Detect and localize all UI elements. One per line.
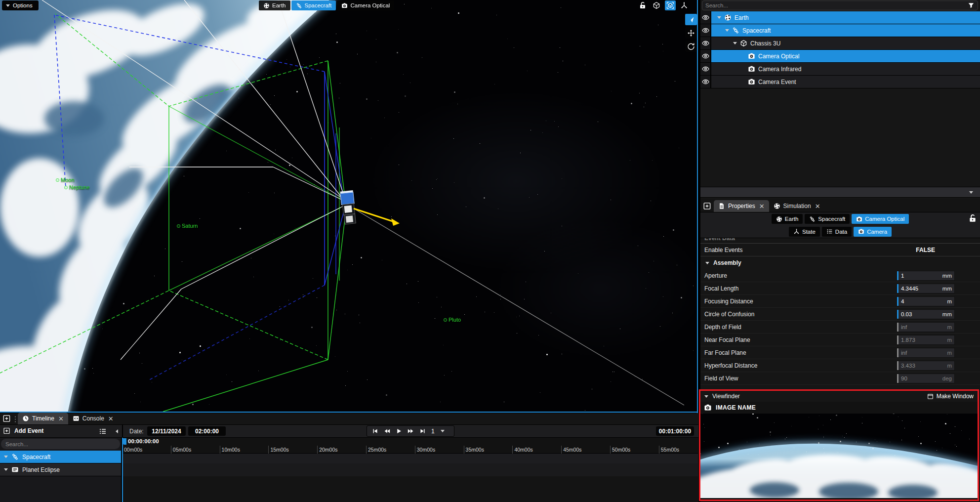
visibility-toggle[interactable] [700, 37, 711, 49]
crumb-earth[interactable]: Earth [259, 0, 290, 10]
property-input[interactable]: 3.433 m [897, 361, 955, 371]
view-tool-bounding-cube[interactable] [651, 0, 662, 10]
panel-tab-simulation[interactable]: Simulation ✕ [769, 200, 825, 212]
track-label: Planet Eclipse [22, 466, 60, 473]
crumb-spacecraft[interactable]: Spacecraft [291, 0, 336, 10]
hierarchy-search-input[interactable] [705, 2, 968, 8]
playhead-marker[interactable]: 00:00:00:00 [122, 438, 159, 445]
fast-forward-button[interactable] [405, 427, 416, 436]
category-tab-camera[interactable]: Camera [854, 227, 892, 237]
viewfinder-header[interactable]: Viewfinder Make Window [700, 391, 978, 402]
property-input[interactable]: 4.3445 mm [897, 284, 955, 293]
node-type-icon [740, 40, 747, 47]
visibility-toggle[interactable] [700, 24, 711, 37]
property-input[interactable]: 4 m [897, 296, 955, 306]
timeline-search[interactable] [1, 439, 120, 449]
nav-tool-fly-navigation[interactable] [685, 14, 697, 25]
spacecraft-model[interactable] [340, 190, 357, 224]
expander-chevron[interactable] [4, 468, 8, 471]
timeline-ruler[interactable]: 00:00:00:00 00m00s05m00s10m00s15m00s20m0… [122, 438, 698, 454]
context-tab-earth[interactable]: Earth [772, 214, 803, 224]
viewport-focus-border [0, 412, 698, 413]
panel-tab-properties[interactable]: Properties ✕ [714, 200, 769, 212]
close-icon[interactable]: ✕ [58, 415, 64, 422]
make-window-button[interactable]: Make Window [927, 393, 974, 400]
end-time-field[interactable]: 00:01:00:00 [656, 426, 694, 436]
playhead-line[interactable] [122, 438, 123, 502]
skip-to-end-button[interactable] [416, 427, 428, 436]
expander-chevron[interactable] [717, 16, 721, 19]
track-label: Spacecraft [22, 454, 50, 460]
date-field[interactable]: 12/11/2024 [147, 426, 186, 436]
planet-label-moon[interactable]: Moon [56, 177, 75, 183]
filter-icon[interactable] [968, 2, 975, 9]
visibility-toggle[interactable] [700, 76, 711, 88]
category-tab-state[interactable]: State [789, 227, 820, 237]
hierarchy-row-chassis-3u[interactable]: Chassis 3U [700, 37, 980, 50]
property-value: 1 [898, 273, 942, 279]
crumb-camera-optical[interactable]: Camera Optical [337, 0, 394, 10]
visibility-toggle[interactable] [700, 11, 711, 24]
visibility-toggle[interactable] [700, 63, 711, 75]
category-tab-data[interactable]: Data [822, 227, 852, 237]
drag-handle[interactable] [14, 416, 16, 422]
nav-tool-pan[interactable] [685, 27, 697, 39]
options-button[interactable]: Options [2, 0, 39, 10]
hierarchy-row-spacecraft[interactable]: Spacecraft [700, 24, 980, 37]
property-input[interactable]: inf m [897, 348, 955, 358]
hierarchy-row-camera-event[interactable]: Camera Event [700, 76, 980, 88]
view-tool-lock[interactable] [637, 0, 648, 10]
timeline-search-input[interactable] [5, 441, 116, 447]
close-icon[interactable]: ✕ [108, 415, 114, 422]
view-tool-selection-cube[interactable] [665, 0, 676, 10]
planet-label-pluto[interactable]: Pluto [444, 317, 461, 323]
hierarchy-row-camera-infrared[interactable]: Camera Infrared [700, 63, 980, 76]
track-row-spacecraft[interactable]: Spacecraft [0, 451, 121, 463]
expander-chevron[interactable] [4, 456, 8, 458]
viewport-3d[interactable]: Moon Neptune Saturn Pluto Options Eart [0, 0, 698, 412]
property-input[interactable]: 1.873 m [897, 335, 955, 345]
lock-icon[interactable] [968, 214, 977, 223]
property-label: Field of View [704, 375, 738, 382]
planet-label-saturn[interactable]: Saturn [177, 223, 198, 229]
property-input[interactable]: 90 deg [897, 374, 955, 383]
view-tool-axes-gizmo[interactable] [679, 0, 690, 10]
expander-chevron[interactable] [733, 42, 737, 44]
nav-tool-orbit[interactable] [685, 41, 697, 52]
hierarchy-search[interactable] [702, 0, 978, 10]
panel-tab-console[interactable]: Console ✕ [68, 413, 118, 424]
enable-events-row[interactable]: Enable Events FALSE [700, 244, 980, 256]
hierarchy-row-earth[interactable]: Earth [700, 11, 980, 24]
time-field[interactable]: 02:00:00 [188, 426, 226, 436]
enable-events-value[interactable]: FALSE [916, 247, 935, 253]
close-icon[interactable]: ✕ [759, 203, 765, 210]
playback-speed[interactable]: 1 [431, 428, 435, 435]
collapse-left-icon[interactable] [116, 429, 118, 433]
track-row-planet-eclipse[interactable]: Planet Eclipse [0, 463, 121, 476]
add-tab-button[interactable] [2, 414, 11, 423]
visibility-toggle[interactable] [700, 50, 711, 62]
ruler-tick: 10m00s [220, 446, 269, 454]
context-tab-spacecraft[interactable]: Spacecraft [805, 214, 850, 224]
assembly-section-header[interactable]: Assembly [700, 256, 980, 269]
event-list-icon[interactable] [99, 427, 107, 435]
planet-label-neptune[interactable]: Neptune [64, 184, 90, 190]
property-input[interactable]: 1 mm [897, 271, 955, 281]
property-label: Hyperfocal Distance [704, 362, 757, 369]
property-label: Far Focal Plane [704, 349, 746, 356]
expander-chevron[interactable] [725, 29, 729, 32]
add-tab-button[interactable] [703, 202, 712, 210]
context-tab-camera-optical[interactable]: Camera Optical [852, 214, 909, 224]
add-event-button[interactable]: Add Event [3, 427, 43, 435]
play-button[interactable] [393, 427, 405, 436]
close-icon[interactable]: ✕ [815, 203, 820, 210]
property-input[interactable]: inf m [897, 322, 955, 332]
speed-dropdown-icon[interactable] [441, 430, 445, 432]
panel-tab-timeline[interactable]: Timeline ✕ [18, 413, 68, 424]
ruler-ticks: 00m00s05m00s10m00s15m00s20m00s25m00s30m0… [122, 446, 708, 454]
hierarchy-row-camera-optical[interactable]: Camera Optical [700, 50, 980, 63]
rewind-button[interactable] [381, 427, 393, 436]
skip-to-start-button[interactable] [369, 427, 381, 436]
collapsed-section-bar[interactable] [700, 187, 980, 198]
property-input[interactable]: 0.03 mm [897, 309, 955, 319]
